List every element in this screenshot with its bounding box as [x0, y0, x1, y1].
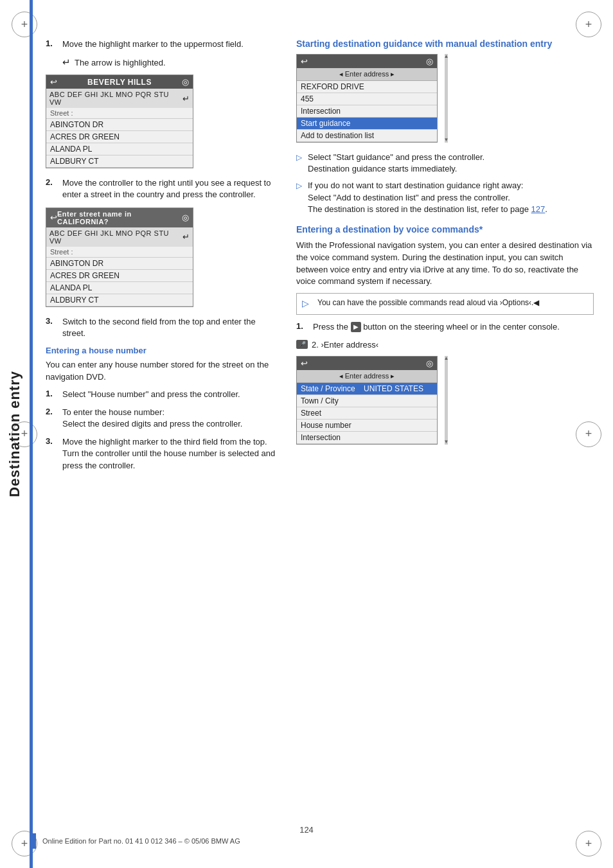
nav-screen-4-row-street: Street [297, 407, 437, 420]
step-2-text: Move the controller to the right until y… [62, 177, 277, 200]
nav-screen-2-label: Street : [46, 247, 193, 258]
nav-screen-1-header: ↩ BEVERLY HILLS ◎ [46, 75, 193, 89]
house-step-2-text: To enter the house number:Select the des… [62, 407, 242, 430]
nav-screen-3-wrapper: ↩ ◎ ◂ Enter address ▸ REXFORD DRIVE 455 … [296, 54, 444, 143]
nav-screen-3-menu-icon: ◎ [426, 57, 433, 66]
voice-note-box: ▷ You can have the possible commands rea… [296, 293, 594, 315]
nav-screen-1: ↩ BEVERLY HILLS ◎ ABC DEF GHI JKL MNO PQ… [46, 75, 193, 168]
arrow-note: ↵ The arrow is highlighted. [62, 57, 277, 68]
voice-section-heading: Entering a destination by voice commands… [296, 224, 594, 235]
nav-screen-4-row-intersection: Intersection [297, 432, 437, 444]
voice-heading-text: Entering a destination by voice commands… [296, 224, 483, 235]
bullet-1-sub: Destination guidance starts immediately. [308, 164, 457, 173]
bullet-2-triangle: ▷ [296, 181, 304, 215]
voice-step-2: 🎤 2. ›Enter address‹ [296, 339, 594, 351]
side-scroll-3: ▲ ▼ [445, 54, 448, 143]
bullet-1-content: Select "Start guidance" and press the co… [308, 152, 484, 175]
footer-blue-bar [33, 833, 36, 849]
left-column: 1. Move the highlight marker to the uppe… [46, 39, 277, 842]
nav-screen-3-enter-address: ◂ Enter address ▸ [297, 68, 437, 81]
nav-screen-1-label: Street : [46, 108, 193, 119]
nav-screen-4-header: ↩ ◎ [297, 357, 437, 370]
nav-screen-4-row-house: House number [297, 420, 437, 432]
nav-screen-4-row-state: State / Province UNITED STATES [297, 383, 437, 395]
step-1: 1. Move the highlight marker to the uppe… [46, 39, 277, 50]
footer-text: Online Edition for Part no. 01 41 0 012 … [42, 837, 240, 845]
nav-screen-3-back-icon: ↩ [301, 57, 308, 66]
nav-screen-3-row-add: Add to destination list [297, 130, 437, 142]
house-number-heading: Entering a house number [46, 346, 277, 355]
step-1-number: 1. [46, 39, 57, 50]
nav-screen-4-row-city: Town / City [297, 395, 437, 407]
enter-icon-2: ↵ [182, 232, 190, 242]
arrow-note-text: The arrow is highlighted. [75, 58, 166, 67]
alphabet-text-2: ABC DEF GHI JKL MNO PQR STU VW [49, 229, 182, 245]
voice-step-1: 1. Press the ▶ button on the steering wh… [296, 321, 594, 333]
nav-screen-2-back-icon: ↩ [50, 213, 57, 222]
play-icon: ▷ [302, 297, 312, 310]
sidebar-label-text: Destination entry [6, 371, 23, 497]
nav-screen-2-row-1: ABINGTON DR [46, 258, 193, 270]
alphabet-text-1: ABC DEF GHI JKL MNO PQR STU VW [49, 91, 182, 106]
voice-intro: With the Professional navigation system,… [296, 240, 594, 288]
nav-screen-4-menu-icon: ◎ [426, 359, 433, 368]
voice-step-1-text: Press the ▶ button on the steering wheel… [313, 321, 560, 333]
bullet-2-text: If you do not want to start destination … [308, 181, 523, 190]
bullet-add-list: ▷ If you do not want to start destinatio… [296, 180, 594, 215]
nav-screen-1-wrapper: ↩ BEVERLY HILLS ◎ ABC DEF GHI JKL MNO PQ… [46, 75, 193, 168]
bullet-start-guidance: ▷ Select "Start guidance" and press the … [296, 152, 594, 175]
sidebar-label: Destination entry [0, 0, 30, 868]
nav-screen-1-back-icon: ↩ [50, 77, 57, 87]
nav-screen-1-row-4: ALDBURY CT [46, 155, 193, 168]
nav-screen-3: ↩ ◎ ◂ Enter address ▸ REXFORD DRIVE 455 … [296, 54, 438, 143]
step-1-text: Move the highlight marker to the uppermo… [62, 39, 244, 50]
house-step-1-text: Select "House number" and press the cont… [62, 389, 240, 400]
bullet-1-text: Select "Start guidance" and press the co… [308, 152, 484, 162]
house-step-1: 1. Select "House number" and press the c… [46, 389, 277, 400]
right-column: Starting destination guidance with manua… [290, 39, 594, 842]
house-step-3-text: Move the highlight marker to the third f… [62, 436, 277, 472]
nav-screen-2-title: Enter street name in CALIFORNIA? [57, 210, 182, 226]
house-step-3-number: 3. [46, 436, 57, 472]
voice-step-2-icon: 🎤 [296, 340, 308, 349]
footer: Online Edition for Part no. 01 41 0 012 … [33, 833, 613, 849]
step-2-number: 2. [46, 177, 57, 200]
voice-step-1-number: 1. [296, 321, 308, 333]
voice-note-text: You can have the possible commands read … [317, 297, 539, 310]
nav-screen-2-row-3: ALANDA PL [46, 282, 193, 294]
nav-screen-4-back-icon: ↩ [301, 359, 308, 368]
house-number-intro: You can enter any house number stored fo… [46, 359, 277, 384]
bullet-2-content: If you do not want to start destination … [308, 180, 547, 215]
nav-screen-2-menu-icon: ◎ [182, 213, 189, 222]
house-step-2: 2. To enter the house number:Select the … [46, 407, 277, 430]
house-step-1-number: 1. [46, 389, 57, 400]
enter-icon-1: ↵ [182, 94, 190, 103]
press-button-icon: ▶ [351, 322, 361, 332]
nav-screen-2-wrapper: ↩ Enter street name in CALIFORNIA? ◎ ABC… [46, 208, 193, 307]
step-2: 2. Move the controller to the right unti… [46, 177, 277, 200]
nav-screen-3-header: ↩ ◎ [297, 55, 437, 68]
nav-screen-2-alphabet: ABC DEF GHI JKL MNO PQR STU VW ↵ [46, 227, 193, 247]
house-step-2-number: 2. [46, 407, 57, 430]
nav-screen-1-row-2: ACRES DR GREEN [46, 131, 193, 143]
nav-screen-2: ↩ Enter street name in CALIFORNIA? ◎ ABC… [46, 208, 193, 307]
nav-screen-3-row-start: Start guidance [297, 118, 437, 130]
nav-screen-1-row-1: ABINGTON DR [46, 119, 193, 131]
nav-screen-2-row-4: ALDBURY CT [46, 294, 193, 306]
nav-screen-2-row-2: ACRES DR GREEN [46, 270, 193, 282]
nav-screen-3-row-rexford: REXFORD DRIVE [297, 81, 437, 93]
nav-screen-3-row-intersection: Intersection [297, 105, 437, 118]
nav-screen-3-row-455: 455 [297, 93, 437, 105]
page-link-127[interactable]: 127 [531, 204, 546, 214]
step-3-number: 3. [46, 316, 57, 339]
nav-screen-1-row-3: ALANDA PL [46, 143, 193, 155]
nav-screen-4: ↩ ◎ ◂ Enter address ▸ State / Province U… [296, 356, 438, 445]
voice-step-2-text: 2. ›Enter address‹ [312, 339, 378, 351]
step-3: 3. Switch to the second field from the t… [46, 316, 277, 339]
start-guidance-heading: Starting destination guidance with manua… [296, 39, 594, 49]
side-scroll-4: ▲ ▼ [445, 356, 448, 445]
nav-screen-1-alphabet: ABC DEF GHI JKL MNO PQR STU VW ↵ [46, 89, 193, 108]
step-3-text: Switch to the second field from the top … [62, 316, 277, 339]
nav-screen-2-header: ↩ Enter street name in CALIFORNIA? ◎ [46, 208, 193, 227]
bullet-2-sub2: The destination is stored in the destina… [308, 204, 547, 214]
